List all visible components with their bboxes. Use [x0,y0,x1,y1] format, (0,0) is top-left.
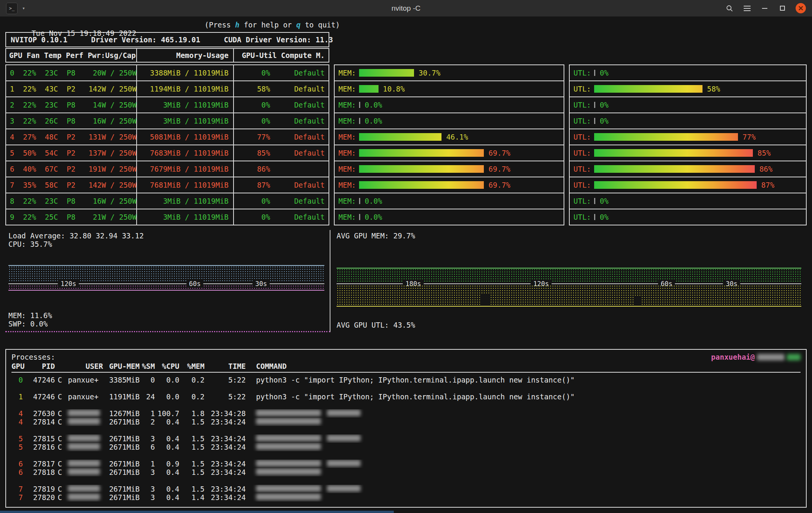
utl-label: UTL: [574,149,591,157]
redacted-hostname [757,354,785,360]
proc-cpu: 100.7 [155,409,179,418]
proc-command-redacted [246,460,801,468]
proc-cpu: 0.4 [155,493,179,502]
proc-mem: 1.5 [179,418,205,426]
gpu-mem-panel: MEM: 69.7% [334,177,564,193]
gpu-compute-mode: Default [270,65,329,80]
utl-bar [594,85,702,93]
gpu-mem-panel: MEM: 0.0% [334,209,564,225]
gpu-row-7: 7 35% 58C P2 142W / 250W 7681MiB / 11019… [5,177,807,193]
utl-label: UTL: [574,69,591,77]
mem-label: MEM: [338,213,356,221]
proc-sm: 3 [140,485,155,493]
gpu-compute-mode: Default [270,145,329,161]
mem-bar [359,69,414,77]
proc-mem: 0.2 [179,376,205,384]
proc-gpu: 4 [11,409,23,418]
avg-gpu-mem-label: AVG GPU MEM: 29.7% [337,232,801,240]
utl-label: UTL: [574,197,591,205]
mem-history-graph [8,285,324,291]
redacted-text [256,485,321,492]
axis-label: 120s [58,280,79,288]
proc-time: 23:34:24 [205,418,246,426]
mem-percent: 0.0% [365,117,382,125]
proc-cpu: 0.4 [155,418,179,426]
mem-label: MEM: [338,101,356,109]
gpu-compute-mode: Default [270,209,329,225]
redacted-text [256,418,321,425]
close-button[interactable]: ✕ [796,3,806,13]
proc-gpu-mem: 2671MiB [105,485,140,493]
proc-user-redacted [65,434,105,443]
gpu-memory: 3MiB / 11019MiB [137,209,234,225]
gpu-utl-panel: UTL: 86% [569,161,807,177]
proc-gpu: 6 [11,468,23,476]
restore-button[interactable] [778,4,786,13]
utl-percent: 0% [600,101,609,109]
proc-user-redacted [65,485,105,493]
proc-command-redacted [246,418,801,426]
proc-type: C [55,485,65,493]
mem-percent: 0.0% [365,197,382,205]
proc-sm: 3 [140,493,155,502]
utl-label: UTL: [574,181,591,189]
redacted-text [256,460,321,466]
proc-cpu: 0.4 [155,434,179,443]
mem-label: MEM: [338,117,356,125]
proc-gpu: 5 [11,443,23,451]
proc-mem: 1.5 [179,485,205,493]
proc-time: 23:34:24 [205,493,246,502]
utl-percent: 87% [761,181,774,189]
proc-type: C [55,418,65,426]
time-axis: 120s 60s 30s [8,283,324,284]
search-icon[interactable] [725,4,734,13]
utl-label: UTL: [574,101,591,109]
proc-time: 23:34:24 [205,460,246,468]
mem-percent-label: MEM: 11.6% [8,311,324,320]
proc-cpu: 0.0 [155,392,179,401]
help-hint: (Press h for help or q to quit) [205,21,340,29]
gpu-stats: 7 35% 58C P2 142W / 250W [6,177,137,193]
window-titlebar[interactable]: >_ ▾ nvitop -C ✕ [0,0,812,17]
header-gpu-stats: GPU Fan Temp Perf Pwr:Usg/Cap [6,49,137,62]
proc-type: C [55,392,65,401]
gpu-mem-graph-area [337,240,801,283]
proc-user-redacted [65,409,105,418]
mem-bar [359,133,442,141]
proc-user-redacted [65,418,105,426]
window-title: nvitop -C [392,4,420,13]
gpu-row-8: 8 22% 23C P8 16W / 250W 3MiB / 11019MiB … [5,193,807,209]
redacted-text [327,410,361,416]
menu-icon[interactable] [743,4,751,13]
gpu-stats: 9 22% 25C P8 21W / 250W [6,209,137,225]
mem-percent: 0.0% [365,101,382,109]
axis-label: 30s [253,280,270,288]
gpu-memory: 3388MiB / 11019MiB [137,65,234,80]
mem-label: MEM: [338,149,356,157]
time-axis: 180s 120s 60s 30s [337,283,801,284]
gpu-stats: 2 22% 23C P8 14W / 250W [6,97,137,113]
utl-percent: 77% [743,133,756,141]
gpu-table-cell: 2 22% 23C P8 14W / 250W 3MiB / 11019MiB … [5,96,329,113]
process-row: 6 27817 C 2671MiB 1 0.9 1.5 23:34:24 [11,460,801,468]
proc-time: 23:34:24 [205,485,246,493]
col-gpu: GPU [11,362,23,370]
process-row: 0 47246 C panxue+ 3385MiB 0 0.0 0.2 5:22… [11,376,801,384]
mem-percent: 0.0% [365,213,382,221]
proc-time: 23:34:24 [205,468,246,476]
gpu-row-1: 1 22% 43C P2 142W / 250W 1194MiB / 11019… [5,80,807,97]
minimize-button[interactable] [760,4,769,13]
gpu-utl-history-graph [337,285,801,307]
chevron-down-icon[interactable]: ▾ [22,4,25,13]
processes-title: Processes: [11,353,55,361]
gpu-util: 0% [234,97,270,113]
proc-pid: 27819 [23,485,55,493]
proc-command: python3 -c "import IPython; IPython.term… [246,376,801,384]
gpu-util: 85% [234,145,270,161]
utl-bar [594,118,595,124]
mem-bar [359,118,360,124]
titlebar-left: >_ ▾ [6,3,25,14]
proc-gpu: 7 [11,493,23,502]
terminal-app-icon[interactable]: >_ [6,3,18,14]
proc-gpu-mem: 2671MiB [105,443,140,451]
